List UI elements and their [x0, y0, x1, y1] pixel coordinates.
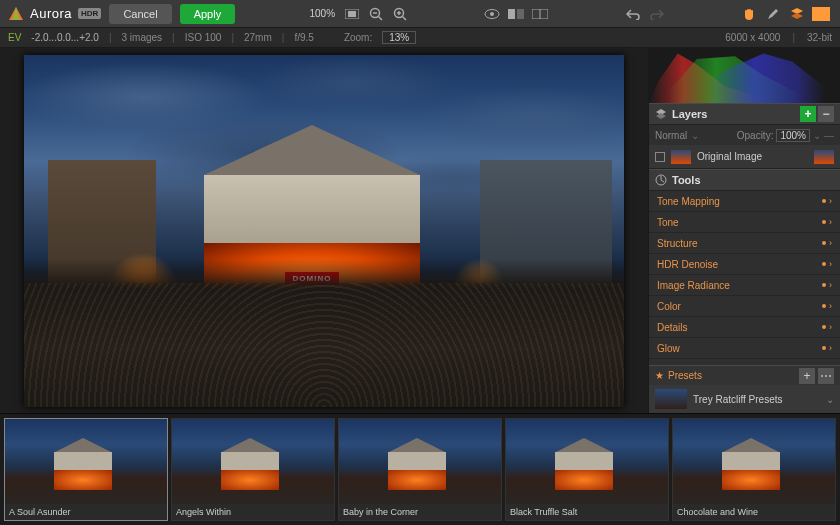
tool-row-tone-mapping[interactable]: Tone Mapping›: [649, 191, 840, 212]
preset-preview: [339, 419, 501, 504]
tools-header[interactable]: Tools: [649, 169, 840, 191]
layers-icon[interactable]: [786, 3, 808, 25]
image-count: 3 images: [122, 32, 163, 43]
preset-preview: [673, 419, 835, 504]
top-toolbar: Aurora HDR Cancel Apply 100%: [0, 0, 840, 28]
tool-label: HDR Denoise: [657, 259, 718, 270]
chevron-right-icon: ›: [829, 217, 832, 227]
zoom-in-icon[interactable]: [389, 3, 411, 25]
brush-tool-icon[interactable]: [762, 3, 784, 25]
preset-filmstrip: A Soul AsunderAngels WithinBaby in the C…: [0, 413, 840, 525]
app-badge: HDR: [78, 8, 101, 19]
chevron-right-icon: ›: [829, 301, 832, 311]
tool-label: Glow: [657, 343, 680, 354]
layers-header[interactable]: Layers + −: [649, 103, 840, 125]
svg-rect-13: [508, 9, 515, 19]
tool-row-structure[interactable]: Structure›: [649, 233, 840, 254]
filmstrip-preset[interactable]: Chocolate and Wine: [672, 418, 836, 521]
tool-active-dot: [822, 283, 826, 287]
tool-row-hdr-denoise[interactable]: HDR Denoise›: [649, 254, 840, 275]
filmstrip-preset[interactable]: Black Truffle Salt: [505, 418, 669, 521]
svg-line-8: [403, 16, 407, 20]
layer-visibility-toggle[interactable]: [655, 152, 665, 162]
zoom-value[interactable]: 13%: [382, 31, 416, 44]
tool-row-color[interactable]: Color›: [649, 296, 840, 317]
canvas-area[interactable]: DOMINO: [0, 48, 648, 413]
image-dimensions: 6000 x 4000: [725, 32, 780, 43]
presets-title: Presets: [668, 370, 702, 381]
preset-more-button[interactable]: ⋯: [818, 368, 834, 384]
tool-label: Image Radiance: [657, 280, 730, 291]
tool-active-dot: [822, 220, 826, 224]
main-area: DOMINO Layers + − Normal⌄ Opacity: 100%⌄: [0, 48, 840, 413]
preset-label: Angels Within: [172, 504, 334, 520]
aurora-logo-icon: [8, 6, 24, 22]
hand-tool-icon[interactable]: [738, 3, 760, 25]
layer-options: Normal⌄ Opacity: 100%⌄ —: [649, 125, 840, 145]
svg-marker-18: [791, 13, 803, 19]
add-layer-button[interactable]: +: [800, 106, 816, 122]
tool-row-image-radiance[interactable]: Image Radiance›: [649, 275, 840, 296]
svg-point-12: [490, 12, 494, 16]
redo-icon[interactable]: [646, 3, 668, 25]
chevron-down-icon: ⌄: [826, 394, 834, 405]
zoom-group: 100%: [305, 3, 411, 25]
canvas-image: DOMINO: [24, 55, 624, 407]
tools-panel-icon: [655, 174, 667, 186]
fit-screen-icon[interactable]: [341, 3, 363, 25]
layer-name: Original Image: [697, 151, 762, 162]
tool-label: Details: [657, 322, 688, 333]
opacity-value[interactable]: 100%: [776, 129, 810, 142]
svg-rect-3: [348, 11, 356, 17]
preview-eye-icon[interactable]: [481, 3, 503, 25]
filmstrip-preset[interactable]: Angels Within: [171, 418, 335, 521]
compare-split-icon[interactable]: [505, 3, 527, 25]
tool-active-dot: [822, 346, 826, 350]
app-logo: Aurora HDR: [8, 6, 101, 22]
zoom-out-icon[interactable]: [365, 3, 387, 25]
tool-active-dot: [822, 325, 826, 329]
preset-label: Baby in the Corner: [339, 504, 501, 520]
tool-active-dot: [822, 241, 826, 245]
layer-row[interactable]: Original Image: [649, 145, 840, 169]
histogram[interactable]: [649, 48, 840, 103]
iso-value: ISO 100: [185, 32, 222, 43]
ev-label: EV: [8, 32, 21, 43]
opacity-label: Opacity:: [737, 130, 774, 141]
undo-icon[interactable]: [622, 3, 644, 25]
layer-thumb: [671, 150, 691, 164]
chevron-right-icon: ›: [829, 259, 832, 269]
cancel-button[interactable]: Cancel: [109, 4, 171, 24]
zoom-label: Zoom:: [344, 32, 372, 43]
ev-values: -2.0...0.0...+2.0: [31, 32, 99, 43]
compare-side-icon[interactable]: [529, 3, 551, 25]
preset-preview: [172, 419, 334, 504]
tool-label: Structure: [657, 238, 698, 249]
histogram-toggle-icon[interactable]: [810, 3, 832, 25]
preset-label: Black Truffle Salt: [506, 504, 668, 520]
presets-header[interactable]: ★ Presets + ⋯: [649, 365, 840, 385]
preset-label: A Soul Asunder: [5, 504, 167, 520]
add-preset-button[interactable]: +: [799, 368, 815, 384]
history-group: [622, 3, 668, 25]
side-panel: Layers + − Normal⌄ Opacity: 100%⌄ — Orig…: [648, 48, 840, 413]
tool-row-tone[interactable]: Tone›: [649, 212, 840, 233]
preset-preview: [506, 419, 668, 504]
remove-layer-button[interactable]: −: [818, 106, 834, 122]
blend-mode-select[interactable]: Normal: [655, 130, 687, 141]
filmstrip-preset[interactable]: Baby in the Corner: [338, 418, 502, 521]
tool-row-glow[interactable]: Glow›: [649, 338, 840, 359]
preset-pack-row[interactable]: Trey Ratcliff Presets ⌄: [649, 385, 840, 413]
tool-label: Tone Mapping: [657, 196, 720, 207]
layer-mask-thumb: [814, 150, 834, 164]
filmstrip-preset[interactable]: A Soul Asunder: [4, 418, 168, 521]
star-icon: ★: [655, 370, 664, 381]
info-bar: EV -2.0...0.0...+2.0 | 3 images | ISO 10…: [0, 28, 840, 48]
apply-button[interactable]: Apply: [180, 4, 236, 24]
chevron-right-icon: ›: [829, 196, 832, 206]
tools-title: Tools: [672, 174, 701, 186]
tool-row-details[interactable]: Details›: [649, 317, 840, 338]
chevron-right-icon: ›: [829, 238, 832, 248]
zoom-pct[interactable]: 100%: [305, 8, 339, 19]
tool-active-dot: [822, 262, 826, 266]
